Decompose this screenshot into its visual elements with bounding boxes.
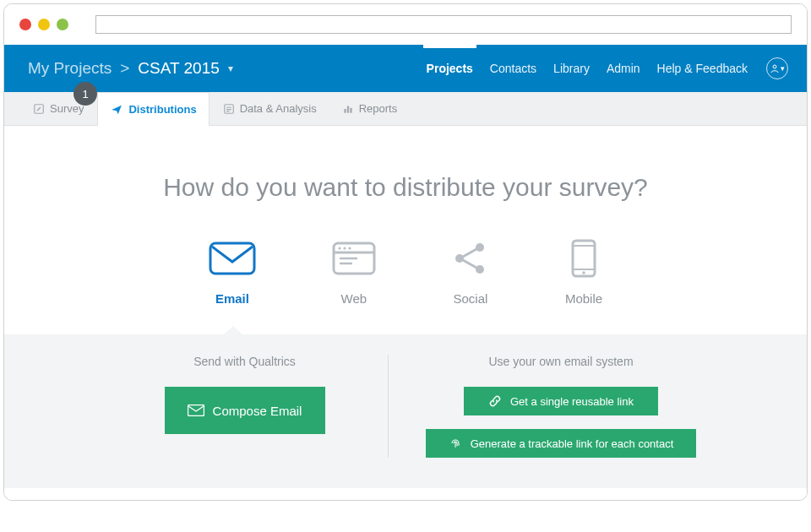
- nav-help-feedback[interactable]: Help & Feedback: [657, 45, 748, 92]
- email-icon: [209, 241, 256, 276]
- svg-rect-9: [210, 243, 254, 274]
- url-bar[interactable]: [95, 15, 792, 34]
- svg-point-14: [348, 247, 351, 249]
- browser-window-icon: [332, 241, 376, 276]
- tab-label: Data & Analysis: [240, 102, 317, 115]
- chevron-down-icon: ▾: [781, 64, 785, 73]
- method-label: Email: [215, 291, 249, 306]
- nav-projects[interactable]: Projects: [427, 45, 473, 92]
- browser-chrome: [4, 4, 807, 45]
- method-social[interactable]: Social: [452, 241, 489, 306]
- share-icon: [452, 241, 489, 276]
- app-header: My Projects > CSAT 2015 ▾ Projects Conta…: [4, 45, 807, 92]
- svg-point-13: [343, 247, 346, 249]
- reusable-link-button[interactable]: Get a single reusable link: [464, 387, 658, 415]
- tab-label: Distributions: [128, 103, 196, 116]
- svg-point-18: [476, 243, 484, 252]
- nav-admin[interactable]: Admin: [607, 45, 640, 92]
- email-options: Send with Qualtrics Compose Email Use yo…: [4, 334, 807, 488]
- traffic-lights: [19, 19, 68, 30]
- user-menu[interactable]: ▾: [766, 57, 788, 79]
- content-area: How do you want to distribute your surve…: [4, 126, 807, 500]
- breadcrumb-project[interactable]: CSAT 2015: [138, 59, 219, 78]
- chevron-down-icon[interactable]: ▾: [228, 62, 233, 74]
- user-icon: [770, 63, 780, 73]
- tab-data-analysis[interactable]: Data & Analysis: [211, 92, 329, 125]
- svg-rect-26: [188, 405, 204, 416]
- button-label: Compose Email: [213, 404, 302, 418]
- tab-distributions[interactable]: Distributions: [97, 92, 209, 126]
- method-mobile[interactable]: Mobile: [565, 241, 602, 306]
- nav-library[interactable]: Library: [553, 45, 590, 92]
- envelope-icon: [188, 404, 204, 416]
- nav-contacts[interactable]: Contacts: [490, 45, 536, 92]
- svg-line-21: [463, 260, 476, 268]
- method-email[interactable]: Email: [209, 241, 256, 306]
- column-title: Send with Qualtrics: [193, 355, 296, 368]
- fingerprint-icon: [449, 437, 462, 450]
- distribution-methods: Email Web: [4, 241, 807, 334]
- compose-email-button[interactable]: Compose Email: [165, 387, 325, 434]
- page-headline: How do you want to distribute your surve…: [4, 126, 807, 241]
- paper-plane-icon: [110, 104, 123, 116]
- maximize-window-icon[interactable]: [57, 19, 68, 30]
- list-icon: [223, 103, 235, 115]
- svg-rect-8: [350, 107, 351, 112]
- svg-point-17: [455, 254, 464, 263]
- link-icon: [488, 394, 502, 408]
- trackable-link-button[interactable]: Generate a trackable link for each conta…: [426, 429, 696, 458]
- column-own-email-system: Use your own email system Get a single r…: [389, 355, 710, 458]
- button-label: Generate a trackable link for each conta…: [471, 437, 674, 450]
- pencil-icon: [33, 103, 45, 115]
- svg-rect-6: [344, 109, 346, 113]
- breadcrumb-root[interactable]: My Projects: [28, 59, 112, 78]
- svg-rect-7: [347, 106, 349, 112]
- breadcrumb-separator: >: [120, 59, 129, 78]
- button-label: Get a single reusable link: [510, 395, 634, 408]
- method-label: Mobile: [565, 291, 602, 306]
- bar-chart-icon: [342, 103, 354, 115]
- callout-badge: 1: [73, 82, 97, 106]
- method-web[interactable]: Web: [332, 241, 376, 306]
- close-window-icon[interactable]: [19, 19, 31, 30]
- mobile-icon: [571, 241, 596, 276]
- tab-label: Reports: [359, 102, 398, 115]
- svg-line-20: [463, 249, 476, 257]
- svg-point-0: [773, 65, 776, 68]
- top-nav: Projects Contacts Library Admin Help & F…: [427, 45, 748, 92]
- method-label: Social: [453, 291, 487, 306]
- tab-reports[interactable]: Reports: [330, 92, 410, 125]
- svg-point-25: [582, 271, 585, 274]
- column-send-with-qualtrics: Send with Qualtrics Compose Email: [101, 355, 389, 458]
- project-tabs: Survey Distributions Data & Analysis Rep…: [4, 92, 807, 126]
- minimize-window-icon[interactable]: [38, 19, 50, 30]
- method-label: Web: [341, 291, 367, 306]
- breadcrumb: My Projects > CSAT 2015 ▾: [28, 59, 233, 78]
- browser-window: My Projects > CSAT 2015 ▾ Projects Conta…: [3, 3, 808, 501]
- svg-point-19: [476, 265, 484, 274]
- column-title: Use your own email system: [488, 355, 633, 368]
- svg-point-12: [338, 247, 340, 249]
